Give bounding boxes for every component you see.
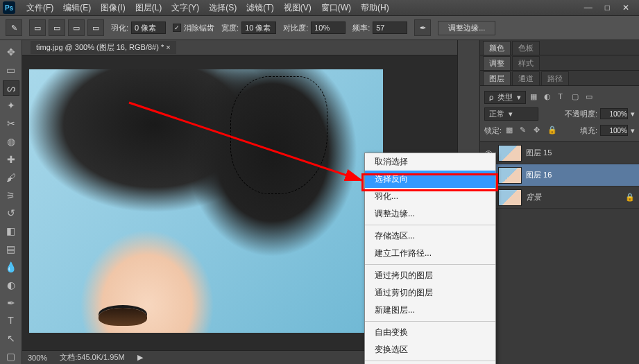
- context-menu-item[interactable]: 建立工作路径...: [365, 245, 495, 262]
- healing-tool-icon[interactable]: ✚: [3, 152, 19, 167]
- marquee-tool-icon[interactable]: ▭: [3, 62, 19, 78]
- menu-item[interactable]: 图层(L): [131, 1, 167, 15]
- tab-color[interactable]: 颜色: [483, 41, 511, 55]
- selection-add-icon[interactable]: ▭: [49, 19, 65, 36]
- gradient-tool-icon[interactable]: ▤: [3, 241, 19, 257]
- pen-tool-icon[interactable]: ✒: [3, 295, 19, 311]
- menu-item[interactable]: 选择(S): [205, 1, 241, 15]
- window-maximize-icon[interactable]: □: [605, 3, 610, 12]
- lock-label: 锁定:: [484, 125, 502, 136]
- history-brush-icon[interactable]: ↺: [3, 205, 19, 220]
- width-label: 宽度:: [221, 23, 239, 33]
- blur-tool-icon[interactable]: 💧: [3, 259, 19, 275]
- menu-item[interactable]: 文字(Y): [167, 1, 203, 15]
- brush-tool-icon[interactable]: 🖌: [3, 170, 19, 185]
- width-input[interactable]: [241, 21, 276, 34]
- tab-paths[interactable]: 路径: [541, 71, 569, 85]
- window-minimize-icon[interactable]: —: [584, 3, 593, 12]
- context-menu-item[interactable]: 取消选择: [365, 153, 495, 171]
- layer-list: 👁 图层 15 👁 图层 16 👁 背景 🔒: [480, 142, 639, 364]
- tool-preset-icon[interactable]: ✎: [6, 19, 22, 36]
- move-tool-icon[interactable]: ✥: [3, 44, 19, 60]
- document-tab[interactable]: timg.jpg @ 300% (图层 16, RGB/8#) * ×: [31, 41, 176, 54]
- layer-name-label: 背景: [526, 192, 621, 202]
- context-menu-item[interactable]: 新建图层...: [365, 302, 495, 319]
- window-close-icon[interactable]: ✕: [622, 3, 629, 12]
- antialias-checkbox[interactable]: ✓: [173, 24, 181, 32]
- menu-item[interactable]: 视图(V): [280, 1, 316, 15]
- contrast-label: 对比度:: [283, 23, 308, 33]
- context-menu-item[interactable]: 通过拷贝的图层: [365, 267, 495, 284]
- filter-shape-icon[interactable]: ▢: [572, 92, 581, 102]
- dodge-tool-icon[interactable]: ◐: [3, 277, 19, 293]
- lock-all-icon[interactable]: 🔒: [547, 125, 557, 135]
- context-menu: 取消选择选择反向羽化...调整边缘...存储选区...建立工作路径...通过拷贝…: [364, 153, 496, 364]
- filter-adjust-icon[interactable]: ◐: [544, 92, 554, 102]
- feather-input[interactable]: [131, 21, 166, 34]
- context-menu-item[interactable]: 选择反向: [365, 171, 495, 188]
- menu-item[interactable]: 图像(I): [96, 1, 129, 15]
- menu-item[interactable]: 帮助(H): [357, 1, 393, 15]
- freq-label: 频率:: [352, 23, 370, 33]
- tab-adjustments[interactable]: 调整: [483, 56, 511, 70]
- tab-styles[interactable]: 样式: [512, 56, 540, 70]
- tab-close-icon[interactable]: ×: [166, 43, 170, 51]
- stamp-tool-icon[interactable]: ⚞: [3, 188, 19, 203]
- layer-filter-dropdown[interactable]: ρ 类型 ▾: [484, 91, 526, 104]
- layer-name-label: 图层 15: [526, 148, 621, 158]
- annotation-arrow: [129, 103, 379, 196]
- context-menu-item[interactable]: 调整边缘...: [365, 205, 495, 223]
- menu-item[interactable]: 滤镜(T): [242, 1, 278, 15]
- eraser-tool-icon[interactable]: ◧: [3, 223, 19, 239]
- opacity-input[interactable]: [600, 108, 628, 119]
- toolbox: ✥ ▭ ᔕ ✦ ✂ ◍ ✚ 🖌 ⚞ ↺ ◧ ▤ 💧 ◐ ✒ T ↖ ▢: [0, 40, 22, 364]
- tab-channels[interactable]: 通道: [512, 71, 540, 85]
- fill-input[interactable]: [600, 125, 628, 136]
- layer-thumbnail[interactable]: [498, 167, 522, 184]
- svg-line-0: [129, 103, 361, 180]
- tab-layers[interactable]: 图层: [483, 71, 511, 85]
- selection-subtract-icon[interactable]: ▭: [68, 19, 85, 36]
- chevron-down-icon[interactable]: ▾: [631, 110, 635, 119]
- path-select-icon[interactable]: ↖: [3, 331, 19, 346]
- eyedropper-tool-icon[interactable]: ◍: [3, 134, 19, 149]
- app-logo: Ps: [3, 1, 15, 14]
- contrast-input[interactable]: [311, 21, 346, 34]
- context-menu-item[interactable]: 羽化...: [365, 188, 495, 205]
- lock-pixels-icon[interactable]: ✎: [520, 125, 529, 135]
- layer-row[interactable]: 👁 图层 15: [480, 142, 639, 164]
- filter-type-icon[interactable]: T: [558, 92, 568, 102]
- tab-swatches[interactable]: 色板: [512, 41, 540, 55]
- shape-tool-icon[interactable]: ▢: [3, 349, 19, 364]
- context-menu-item[interactable]: 通过剪切的图层: [365, 284, 495, 302]
- freq-input[interactable]: [373, 21, 407, 34]
- menu-item[interactable]: 编辑(E): [59, 1, 95, 15]
- layer-row[interactable]: 👁 背景 🔒: [480, 187, 639, 209]
- context-menu-item[interactable]: 变换选区: [365, 341, 495, 358]
- selection-intersect-icon[interactable]: ▭: [87, 19, 104, 36]
- filter-smart-icon[interactable]: ▭: [586, 92, 595, 102]
- lasso-tool-icon[interactable]: ᔕ: [3, 80, 19, 96]
- zoom-level[interactable]: 300%: [28, 354, 47, 362]
- refine-edge-button[interactable]: 调整边缘...: [438, 21, 495, 35]
- layer-thumbnail[interactable]: [498, 145, 522, 162]
- selection-new-icon[interactable]: ▭: [29, 19, 46, 36]
- blend-mode-dropdown[interactable]: 正常 ▾: [484, 107, 538, 121]
- lock-transparent-icon[interactable]: ▩: [506, 125, 516, 135]
- antialias-label: 消除锯齿: [184, 23, 214, 33]
- crop-tool-icon[interactable]: ✂: [3, 116, 19, 131]
- layer-row[interactable]: 👁 图层 16: [480, 164, 639, 187]
- lock-position-icon[interactable]: ✥: [534, 125, 543, 135]
- filter-pixel-icon[interactable]: ▦: [530, 92, 540, 102]
- pen-pressure-icon[interactable]: ✒: [414, 19, 431, 36]
- magic-wand-tool-icon[interactable]: ✦: [3, 98, 19, 114]
- feather-label: 羽化:: [111, 23, 128, 33]
- context-menu-item[interactable]: 存储选区...: [365, 227, 495, 245]
- context-menu-item[interactable]: 自由变换: [365, 324, 495, 341]
- menu-item[interactable]: 窗口(W): [317, 1, 355, 15]
- chevron-down-icon[interactable]: ▾: [631, 126, 635, 135]
- layer-thumbnail[interactable]: [498, 189, 522, 206]
- status-chevron-icon[interactable]: ▶: [137, 353, 143, 362]
- menu-item[interactable]: 文件(F): [22, 1, 58, 15]
- type-tool-icon[interactable]: T: [3, 313, 19, 328]
